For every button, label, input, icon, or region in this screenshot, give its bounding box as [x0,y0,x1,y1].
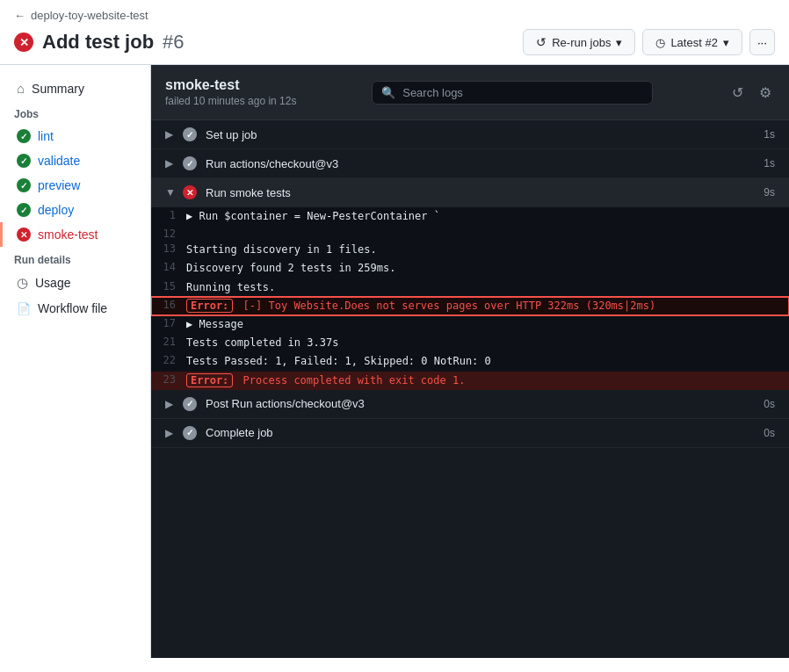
step-setup-time: 1s [764,128,775,141]
log-text-error: Error: [-] Toy Website.Does not serves p… [186,298,670,314]
step-expand-chevron-icon: ▼ [165,186,176,199]
settings-button[interactable]: ⚙ [756,81,775,105]
breadcrumb-text: deploy-toy-website-test [31,9,148,22]
log-line-12: 12 [151,226,789,241]
page-run-number: #6 [163,31,184,54]
step-chevron-icon: ▶ [165,398,176,410]
latest-button[interactable]: ◷ Latest #2 ▾ [642,29,742,55]
step-checkout-status-icon [183,156,197,170]
step-checkout-name: Run actions/checkout@v3 [206,157,764,170]
sidebar-deploy-label: deploy [38,203,74,217]
title-actions: ↺ Re-run jobs ▾ ◷ Latest #2 ▾ ··· [523,29,775,55]
search-input[interactable] [402,86,643,99]
log-num: 14 [151,260,186,273]
validate-status-icon [17,154,31,168]
step-setup-name: Set up job [206,128,764,141]
step-smoke-name: Run smoke tests [206,186,764,199]
page-title-text: Add test job [42,31,154,54]
jobs-section-label: Jobs [0,101,150,124]
smoke-test-status-icon [17,228,31,242]
step-post-checkout-time: 0s [764,398,775,410]
log-text: Tests Passed: 1, Failed: 1, Skipped: 0 N… [186,353,505,370]
sidebar-lint-label: lint [38,129,54,143]
log-text: Starting discovery in 1 files. [186,242,391,258]
breadcrumb[interactable]: ← deploy-toy-website-test [14,9,775,22]
step-chevron-icon: ▶ [165,427,176,439]
step-chevron-icon: ▶ [165,157,176,170]
log-num: 21 [151,335,186,348]
sidebar-item-deploy[interactable]: deploy [0,198,150,222]
header-actions: ↺ ⚙ [728,81,775,105]
sidebar-item-smoke-test[interactable]: smoke-test [0,222,150,247]
log-line-23: 23 Error: Process completed with exit co… [151,372,789,390]
latest-icon: ◷ [655,36,665,49]
log-line-17: 17 ▶ Message [151,315,789,334]
sidebar-usage-label: Usage [35,276,70,290]
log-num: 13 [151,242,186,255]
log-num: 17 [151,316,186,329]
step-setup-status-icon [183,127,197,141]
sidebar-item-lint[interactable]: lint [0,124,150,148]
log-num: 1 [151,208,186,221]
sidebar-item-preview[interactable]: preview [0,173,150,198]
error-badge-23: Error: [186,373,233,387]
log-text: ▶ Run $container = New-PesterContainer ` [186,208,454,225]
log-num: 22 [151,353,186,366]
workflow-icon [17,301,31,315]
run-details-section-label: Run details [0,247,150,270]
preview-status-icon [17,178,31,192]
log-error-rest-23: Process completed with exit code 1. [236,374,465,387]
step-smoke-time: 9s [764,186,775,199]
latest-chevron-icon: ▾ [723,36,729,49]
log-error-rest: [-] Toy Website.Does not serves pages ov… [236,300,655,312]
step-smoke-status-icon [183,185,197,199]
job-title: smoke-test [165,77,296,93]
log-line-16: 16 Error: [-] Toy Website.Does not serve… [151,297,789,315]
step-checkout-time: 1s [764,157,775,170]
more-options-button[interactable]: ··· [749,29,775,55]
top-bar: ← deploy-toy-website-test Add test job #… [0,0,789,65]
log-area[interactable]: ▶ Set up job 1s ▶ Run actions/checkout@v… [151,120,789,658]
lint-status-icon [17,129,31,143]
gear-icon: ⚙ [759,85,771,100]
sidebar-summary-label: Summary [32,82,84,96]
log-lines: 1 ▶ Run $container = New-PesterContainer… [151,207,789,390]
step-post-checkout-name: Post Run actions/checkout@v3 [206,397,764,410]
step-checkout[interactable]: ▶ Run actions/checkout@v3 1s [151,149,789,178]
home-icon [17,81,25,96]
sidebar-item-workflow-file[interactable]: Workflow file [0,296,150,321]
main-content: smoke-test failed 10 minutes ago in 12s … [151,65,789,658]
refresh-icon: ↺ [732,85,743,100]
latest-label: Latest #2 [670,36,718,49]
sidebar-item-summary[interactable]: Summary [0,76,150,101]
refresh-button[interactable]: ↺ [728,81,747,105]
step-complete-job[interactable]: ▶ Complete job 0s [151,419,789,448]
job-header: smoke-test failed 10 minutes ago in 12s … [151,65,789,120]
search-icon: 🔍 [381,86,395,99]
sidebar-item-validate[interactable]: validate [0,148,150,173]
search-box[interactable]: 🔍 [372,81,653,105]
main-layout: Summary Jobs lint validate preview deplo… [0,65,789,658]
log-num: 12 [151,227,186,240]
back-arrow: ← [14,9,25,22]
log-num: 15 [151,279,186,293]
step-complete-time: 0s [764,427,775,439]
step-setup-job[interactable]: ▶ Set up job 1s [151,120,789,149]
sidebar-validate-label: validate [38,154,80,168]
sidebar-item-usage[interactable]: Usage [0,270,150,296]
rerun-label: Re-run jobs [552,36,611,49]
log-text: Discovery found 2 tests in 259ms. [186,260,409,277]
step-complete-status-icon [183,426,197,440]
step-post-checkout[interactable]: ▶ Post Run actions/checkout@v3 0s [151,390,789,419]
step-complete-name: Complete job [206,426,764,439]
rerun-jobs-button[interactable]: ↺ Re-run jobs ▾ [523,29,635,55]
log-text: Running tests. [186,279,289,296]
sidebar-workflow-label: Workflow file [38,301,107,315]
step-smoke-tests[interactable]: ▼ Run smoke tests 9s [151,178,789,207]
log-line-21: 21 Tests completed in 3.37s [151,334,789,352]
deploy-status-icon [17,203,31,217]
log-line-1: 1 ▶ Run $container = New-PesterContainer… [151,207,789,226]
log-line-14: 14 Discovery found 2 tests in 259ms. [151,259,789,278]
log-line-13: 13 Starting discovery in 1 files. [151,241,789,259]
log-line-22: 22 Tests Passed: 1, Failed: 1, Skipped: … [151,352,789,371]
